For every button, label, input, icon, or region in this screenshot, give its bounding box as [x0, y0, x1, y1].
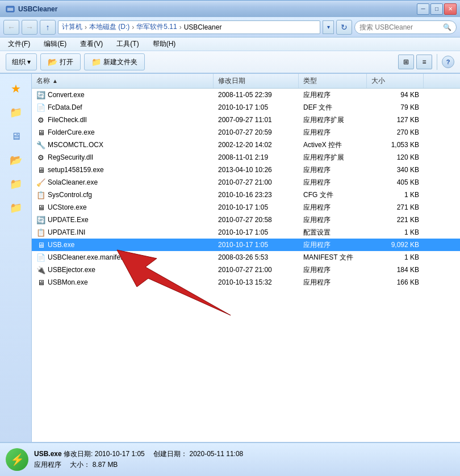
- search-input[interactable]: [359, 23, 441, 31]
- breadcrumb-dropdown[interactable]: ▾: [323, 20, 334, 34]
- file-name-text: UCStore.exe: [48, 203, 87, 211]
- sidebar-folder-2[interactable]: 🖥: [6, 126, 26, 147]
- column-header-size[interactable]: 大小: [367, 74, 424, 88]
- file-icon: ⚙: [36, 115, 45, 124]
- file-date-cell: 2010-07-27 20:59: [214, 128, 299, 136]
- file-icon: 🧹: [36, 178, 45, 187]
- view-details-button[interactable]: ≡: [416, 55, 432, 69]
- view-toggle-button[interactable]: ⊞: [398, 55, 414, 69]
- breadcrumb-item-software[interactable]: 华军软件5.11: [136, 22, 177, 32]
- file-size-cell: 270 KB: [367, 128, 424, 136]
- table-row[interactable]: 🖥setup1458159.exe2013-04-10 10:26应用程序340…: [32, 164, 460, 176]
- breadcrumb-item-computer[interactable]: 计算机: [62, 22, 82, 32]
- file-name-cell: 🖥FolderCure.exe: [32, 128, 214, 137]
- table-row[interactable]: ⚙RegSecurity.dll2008-11-01 2:19应用程序扩展120…: [32, 151, 460, 164]
- new-folder-icon: 📁: [91, 57, 101, 66]
- menu-edit[interactable]: 编辑(E): [39, 38, 71, 50]
- file-size-cell: 1 KB: [367, 228, 424, 236]
- file-type-cell: 配置设置: [299, 228, 367, 237]
- table-row[interactable]: 🧹SolaCleaner.exe2010-07-27 21:00应用程序405 …: [32, 176, 460, 189]
- new-folder-label: 新建文件夹: [103, 57, 137, 67]
- file-size-cell: 184 KB: [367, 266, 424, 274]
- menu-view[interactable]: 查看(V): [76, 38, 107, 50]
- folder-icon-1: 📁: [10, 106, 22, 119]
- file-size-cell: 1 KB: [367, 253, 424, 261]
- file-name-cell: 📄FcData.Def: [32, 103, 214, 112]
- file-type-cell: ActiveX 控件: [299, 140, 367, 150]
- breadcrumb-sep-3: ›: [179, 23, 182, 31]
- up-button[interactable]: ↑: [40, 20, 56, 35]
- column-header-date[interactable]: 修改日期: [214, 74, 299, 88]
- file-size-cell: 221 KB: [367, 216, 424, 224]
- title-text: USBCleaner: [18, 5, 57, 13]
- title-bar-left: USBCleaner: [6, 5, 57, 14]
- menu-tools[interactable]: 工具(T): [112, 38, 143, 50]
- column-header-type[interactable]: 类型: [299, 74, 367, 88]
- file-name-cell: ⚙RegSecurity.dll: [32, 153, 214, 162]
- file-name-text: USBEjector.exe: [48, 266, 95, 274]
- file-type-cell: DEF 文件: [299, 103, 367, 112]
- table-row[interactable]: 🖥USB.exe2010-10-17 1:05应用程序9,092 KB: [32, 239, 460, 251]
- help-button[interactable]: ?: [442, 56, 454, 68]
- file-name-text: setup1458159.exe: [48, 166, 104, 174]
- menu-file[interactable]: 文件(F): [3, 38, 35, 50]
- table-row[interactable]: 🔄UPDATE.Exe2010-07-27 20:58应用程序221 KB: [32, 214, 460, 226]
- table-row[interactable]: ⚙FileCheck.dll2007-09-27 11:01应用程序扩展127 …: [32, 114, 460, 126]
- file-icon: 🖥: [36, 128, 45, 137]
- table-row[interactable]: 📋UPDATE.INI2010-10-17 1:05配置设置1 KB: [32, 226, 460, 239]
- star-icon: ★: [11, 82, 21, 95]
- new-folder-button[interactable]: 📁 新建文件夹: [84, 53, 145, 70]
- title-bar: USBCleaner ─ □ ✕: [0, 0, 460, 17]
- file-date-cell: 2002-12-20 14:02: [214, 141, 299, 149]
- file-name-text: USBMon.exe: [48, 278, 88, 286]
- file-date-cell: 2013-04-10 10:26: [214, 166, 299, 174]
- file-type-cell: MANIFEST 文件: [299, 253, 367, 262]
- table-row[interactable]: 🖥USBMon.exe2010-10-13 15:32应用程序166 KB: [32, 276, 460, 289]
- file-name-cell: ⚙FileCheck.dll: [32, 115, 214, 124]
- sidebar-folder-5[interactable]: 📁: [6, 198, 26, 218]
- table-row[interactable]: 🔄Convert.exe2008-11-05 22:39应用程序94 KB: [32, 89, 460, 101]
- table-row[interactable]: 🔌USBEjector.exe2010-07-27 21:00应用程序184 K…: [32, 264, 460, 276]
- file-name-cell: 🔄UPDATE.Exe: [32, 215, 214, 224]
- file-date-cell: 2010-10-17 1:05: [214, 103, 299, 111]
- minimize-button[interactable]: ─: [417, 3, 429, 15]
- back-button[interactable]: ←: [3, 20, 19, 35]
- file-icon: 🖥: [36, 165, 45, 174]
- restore-button[interactable]: □: [430, 3, 443, 15]
- file-type-cell: 应用程序: [299, 178, 367, 187]
- file-date-cell: 2007-09-27 11:01: [214, 116, 299, 124]
- table-row[interactable]: 🖥UCStore.exe2010-10-17 1:05应用程序271 KB: [32, 201, 460, 214]
- file-name-cell: 📄USBCleaner.exe.manifest: [32, 253, 214, 262]
- sidebar-favorites[interactable]: ★: [6, 78, 26, 99]
- file-name-cell: 🖥USB.exe: [32, 240, 214, 249]
- file-size-cell: 120 KB: [367, 153, 424, 161]
- breadcrumb-item-disk[interactable]: 本地磁盘 (D:): [89, 22, 129, 32]
- file-size-cell: 94 KB: [367, 91, 424, 99]
- folder-icon-3: 📂: [10, 154, 22, 166]
- file-icon: 📄: [36, 103, 45, 112]
- close-button[interactable]: ✕: [444, 3, 457, 15]
- menu-help[interactable]: 帮助(H): [148, 38, 181, 50]
- table-row[interactable]: 📋SysControl.cfg2010-10-16 23:23CFG 文件1 K…: [32, 189, 460, 201]
- file-size-cell: 79 KB: [367, 103, 424, 111]
- table-row[interactable]: 📄USBCleaner.exe.manifest2008-03-26 5:53M…: [32, 251, 460, 264]
- open-label: 打开: [60, 57, 73, 67]
- table-row[interactable]: 🖥FolderCure.exe2010-07-27 20:59应用程序270 K…: [32, 126, 460, 139]
- sidebar-folder-1[interactable]: 📁: [6, 102, 26, 123]
- table-row[interactable]: 📄FcData.Def2010-10-17 1:05DEF 文件79 KB: [32, 101, 460, 114]
- status-create-date: 2020-05-11 11:08: [189, 450, 243, 458]
- organize-button[interactable]: 组织 ▾: [6, 53, 37, 70]
- sidebar-folder-3[interactable]: 📂: [6, 150, 26, 170]
- sidebar-folder-4[interactable]: 📁: [6, 174, 26, 194]
- column-header-name[interactable]: 名称 ▲: [32, 74, 214, 88]
- open-button[interactable]: 📂 打开: [40, 53, 81, 70]
- file-size-cell: 271 KB: [367, 203, 424, 211]
- forward-button[interactable]: →: [22, 20, 37, 35]
- toolbar: 组织 ▾ 📂 打开 📁 新建文件夹 ⊞ ≡ ?: [0, 51, 460, 74]
- toolbar-right: ⊞ ≡ ?: [398, 54, 454, 70]
- file-icon: 🖥: [36, 240, 45, 249]
- refresh-button[interactable]: ↻: [336, 20, 352, 35]
- table-row[interactable]: 🔧MSCOMCTL.OCX2002-12-20 14:02ActiveX 控件1…: [32, 139, 460, 151]
- status-bar: ⚡ USB.exe 修改日期: 2010-10-17 1:05 创建日期： 20…: [0, 442, 460, 476]
- file-size-cell: 1,053 KB: [367, 141, 424, 149]
